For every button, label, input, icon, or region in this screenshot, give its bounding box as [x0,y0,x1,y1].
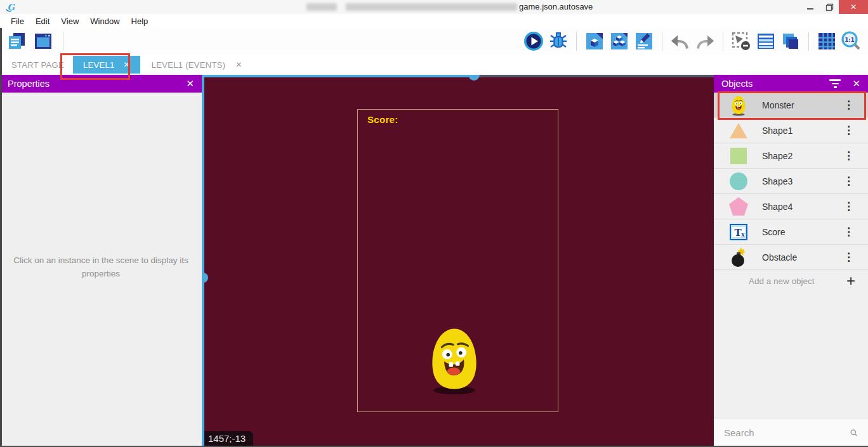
kebab-menu-icon[interactable]: ⋮ [843,226,854,237]
instances-list-button[interactable] [756,31,776,51]
search-input[interactable] [724,427,850,438]
toolbar-separator [63,32,63,51]
properties-panel-title: Properties [8,79,49,89]
menu-bar: File Edit View Window Help [0,14,868,28]
scene-canvas[interactable]: Score: 1457;-13 [202,75,714,447]
object-row-shape2[interactable]: Shape2 ⋮ [714,143,868,169]
undo-button[interactable] [670,31,690,51]
edit-scene-icon [635,32,654,51]
zoom-button[interactable]: 1:1 [841,31,862,51]
properties-close-icon[interactable]: ✕ [186,78,194,89]
restore-button[interactable] [820,0,839,14]
triangle-thumbnail-icon [728,121,749,140]
toolbar-separator [808,32,809,51]
grid-icon [817,32,836,51]
score-text-instance: Score: [367,114,398,125]
deselect-button[interactable] [731,31,751,51]
edit-scene-button[interactable] [634,31,654,51]
objects-panel: Objects ✕ Monster ⋮ Shape1 ⋮ [714,75,868,447]
menu-window[interactable]: Window [84,15,125,27]
object-row-shape4[interactable]: Shape4 ⋮ [714,194,868,219]
instances-list-icon [756,32,775,51]
objects-groups-icon [610,32,629,51]
minimize-button[interactable] [801,0,820,14]
zoom-1-1-icon: 1:1 [841,31,862,51]
layers-icon [781,32,800,51]
objects-panel-title: Objects [721,79,753,89]
object-search-box [714,418,868,447]
text-object-thumbnail-icon: T x [728,224,749,240]
scene-top-resize-handle[interactable] [468,75,480,81]
undo-icon [671,33,690,49]
monster-thumbnail-icon [728,94,749,116]
properties-hint-text: Click on an instance in the scene to dis… [6,254,195,281]
toolbar-separator [723,32,723,51]
add-object-button[interactable]: Add a new object + [714,270,868,292]
gdevelop-window: G game.json.autosave ✕ File Edit View Wi… [0,0,868,447]
title-bar: G game.json.autosave ✕ [0,0,868,14]
layers-button[interactable] [780,31,801,51]
tab-level1[interactable]: LEVEL1 ✕ [73,56,140,74]
debug-icon [549,32,568,51]
tab-level1-events-close-icon[interactable]: ✕ [235,60,242,69]
object-row-score[interactable]: T x Score ⋮ [714,219,868,245]
redacted-title-segment [306,3,337,11]
objects-close-icon[interactable]: ✕ [852,78,860,89]
svg-text:x: x [741,231,745,238]
tab-level1-events[interactable]: LEVEL1 (EVENTS) [145,56,232,74]
panel-resize-handle[interactable] [202,273,208,283]
kebab-menu-icon[interactable]: ⋮ [843,100,854,110]
kebab-menu-icon[interactable]: ⋮ [843,252,854,262]
search-icon [850,427,858,439]
tab-bar: START PAGE LEVEL1 ✕ LEVEL1 (EVENTS) ✕ [0,55,868,75]
object-row-monster[interactable]: Monster ⋮ [714,93,868,118]
debug-button[interactable] [548,31,569,51]
project-manager-button[interactable] [6,31,27,51]
menu-file[interactable]: File [5,15,30,27]
monster-instance[interactable] [424,324,485,395]
menu-edit[interactable]: Edit [30,15,55,27]
menu-view[interactable]: View [55,15,84,27]
object-row-shape1[interactable]: Shape1 ⋮ [714,118,868,143]
redo-button[interactable] [695,31,715,51]
svg-text:G: G [8,2,16,12]
tab-start-page[interactable]: START PAGE [5,56,70,74]
properties-panel: Properties ✕ Click on an instance in the… [0,75,202,447]
scene-top-resize-bar[interactable] [202,75,479,77]
objects-groups-button[interactable] [609,31,629,51]
object-row-obstacle[interactable]: Obstacle ⋮ [714,245,868,270]
start-page-icon [34,32,53,50]
new-object-button[interactable] [584,31,605,51]
tab-level1-close-icon[interactable]: ✕ [123,60,129,69]
objects-list-empty-area [714,292,868,418]
redo-icon [695,33,714,49]
square-thumbnail-icon [728,147,749,165]
restore-icon [825,3,834,11]
filter-icon[interactable] [829,79,841,88]
window-left-edge [0,28,2,447]
close-button[interactable]: ✕ [839,0,868,14]
menu-help[interactable]: Help [126,15,154,27]
new-object-icon [585,32,604,51]
kebab-menu-icon[interactable]: ⋮ [843,125,854,136]
bomb-thumbnail-icon [728,247,749,268]
kebab-menu-icon[interactable]: ⋮ [843,201,854,212]
grid-button[interactable] [817,31,837,51]
kebab-menu-icon[interactable]: ⋮ [843,176,854,186]
play-button[interactable] [523,31,544,51]
cursor-coordinates: 1457;-13 [204,431,253,447]
toolbar-separator [576,32,577,51]
window-title: game.json.autosave [519,2,593,11]
kebab-menu-icon[interactable]: ⋮ [843,150,854,161]
project-manager-icon [7,32,26,51]
scene-top-edge [479,75,714,77]
object-row-shape3[interactable]: Shape3 ⋮ [714,169,868,194]
panel-resize-bar[interactable] [202,75,204,447]
play-icon [523,31,544,51]
plus-icon: + [846,272,855,290]
gdevelop-logo-icon: G [5,1,16,13]
svg-text:1:1: 1:1 [845,37,854,43]
deselect-icon [732,32,751,51]
circle-thumbnail-icon [728,172,749,191]
start-page-button[interactable] [33,31,53,51]
